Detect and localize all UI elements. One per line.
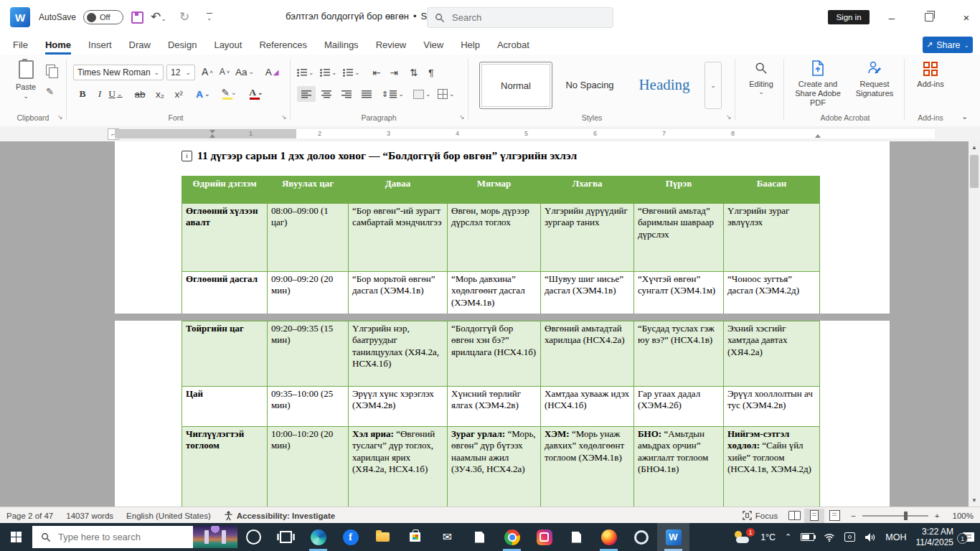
notification-center-icon[interactable]: 1 [963, 532, 974, 542]
page-indicator[interactable]: Page 2 of 47 [0, 507, 60, 524]
italic-button[interactable]: I [92, 86, 108, 102]
table-cell[interactable]: “Болдоггүй бор өвгөн хэн бэ?” ярилцлага … [448, 321, 541, 387]
table-cell[interactable]: “Бор өвгөн”-ий зурагт самбартай мэндчилг… [349, 204, 448, 272]
column-header[interactable]: Мягмар [448, 176, 541, 204]
clear-formatting-button[interactable]: A◢ [264, 64, 280, 80]
show-formatting-button[interactable]: ¶ [423, 65, 439, 80]
column-header[interactable]: Даваа [349, 176, 448, 204]
scroll-up-icon[interactable]: ▲ [971, 144, 977, 151]
autosave-toggle[interactable]: Off [83, 10, 123, 24]
first-line-indent-marker[interactable] [209, 130, 215, 133]
table-cell[interactable]: БНО: “Амьтдын амьдрах орчин” ажиглалт то… [634, 427, 724, 507]
font-family-select[interactable]: Times New Roman⌄ [73, 65, 164, 80]
shading-button[interactable]: ⌄ [413, 86, 431, 102]
scrollbar-thumb[interactable] [970, 155, 979, 188]
tab-view[interactable]: View [423, 34, 443, 55]
word-count[interactable]: 14037 words [60, 507, 120, 524]
table-cell[interactable]: Эрүүл хооллолтын ач тус (ХЭМ4.2в) [724, 387, 820, 427]
taskbar-document-2[interactable] [560, 523, 593, 551]
table-cell[interactable]: “Чоноос зугтья” дасгал (ХЭМ4.2д) [724, 272, 820, 314]
document-heading[interactable]: i 11 дүгээр сарын 1 дэх долоо хоног — “Б… [182, 149, 577, 162]
taskbar-firefox[interactable] [593, 523, 625, 551]
task-view-button[interactable] [270, 523, 302, 551]
taskbar-document[interactable] [463, 523, 496, 551]
tab-help[interactable]: Help [461, 34, 480, 55]
zoom-slider[interactable] [862, 515, 928, 517]
scroll-down-icon[interactable]: ▼ [971, 497, 977, 504]
close-button[interactable]: × [956, 9, 977, 26]
restore-button[interactable] [918, 9, 940, 26]
borders-button[interactable]: ⌄ [438, 86, 455, 102]
search-bar[interactable] [427, 7, 613, 28]
table-cell[interactable]: “Хүчтэй өвгөн” сунгалт (ХЭМ4.1м) [634, 272, 724, 314]
clipboard-dialog-launcher-icon[interactable]: ↘ [57, 113, 63, 121]
print-layout-button[interactable] [804, 509, 824, 523]
table-cell[interactable]: Үлгэрийн зураг эвлүүлэх [724, 204, 820, 272]
quick-access-overflow-icon[interactable]: ⌄ [207, 13, 212, 22]
styles-gallery-more-button[interactable]: ⌄ [705, 62, 722, 109]
create-adobe-pdf-button[interactable]: Create and Share Adobe PDF [789, 60, 847, 108]
schedule-table-part2[interactable]: Тойргийн цаг 09:20–09:35 (15 мин) Үлгэри… [182, 321, 820, 507]
accessibility-status[interactable]: Accessibility: Investigate [217, 507, 341, 524]
taskbar-facebook[interactable]: f [334, 523, 367, 551]
tray-expand-icon[interactable]: ⌃ [785, 532, 791, 542]
table-cell[interactable]: Тойргийн цаг [182, 321, 268, 387]
redo-icon[interactable]: ↻ [179, 9, 189, 24]
undo-icon[interactable]: ↶⌄ [151, 9, 166, 24]
taskbar-search-input[interactable] [57, 531, 167, 543]
table-cell[interactable]: “Бусдад туслах гэж юу вэ?” (НСХ4.1в) [634, 321, 724, 387]
right-indent-marker[interactable] [815, 134, 821, 138]
superscript-button[interactable]: x² [171, 86, 187, 102]
column-header[interactable]: Явуулах цаг [268, 176, 349, 204]
tab-design[interactable]: Design [168, 34, 197, 55]
decrease-indent-button[interactable]: ⇤ [369, 65, 385, 80]
zoom-out-button[interactable]: − [844, 507, 862, 524]
tab-file[interactable]: File [13, 34, 28, 55]
schedule-table-part1[interactable]: Өдрийн дэглэм Явуулах цаг Даваа Мягмар Л… [182, 176, 820, 314]
align-center-button[interactable] [319, 86, 334, 102]
table-cell[interactable]: Эхний хэсгийг хамтдаа давтах (ХЯ4.2а) [724, 321, 820, 387]
horizontal-ruler[interactable]: ⌐ 1 2 3 4 5 6 7 8 [0, 126, 980, 142]
table-cell[interactable]: ХЭМ: “Морь унаж давхих” хөдөлгөөнт тогло… [541, 427, 634, 507]
sort-button[interactable]: ⇅ [406, 65, 422, 80]
tab-draw[interactable]: Draw [129, 34, 151, 55]
table-cell[interactable]: Хамтдаа хувааж идэх (НСХ4.1б) [541, 387, 634, 427]
table-cell[interactable]: “Бор морьтой өвгөн” дасгал (ХЭМ4.1в) [349, 272, 448, 314]
highlight-button[interactable]: ✎⌄ [221, 85, 237, 100]
align-left-button[interactable] [297, 86, 316, 102]
tab-references[interactable]: References [259, 34, 306, 55]
focus-mode-button[interactable]: Focus [736, 507, 784, 524]
align-right-button[interactable] [339, 86, 354, 102]
bullets-button[interactable]: ⌄ [297, 65, 314, 80]
table-cell[interactable]: Эрүүл хүнс хэрэглэх (ХЭМ4.2в) [349, 387, 448, 427]
subscript-button[interactable]: x₂ [152, 86, 168, 102]
table-cell[interactable]: Цай [182, 387, 268, 427]
multilevel-list-button[interactable]: ⌄ [343, 65, 360, 80]
table-cell[interactable]: Нийгэм-сэтгэл хөдлөл: “Сайн үйл хийе” то… [724, 427, 820, 507]
column-header[interactable]: Лхагва [541, 176, 634, 204]
table-cell[interactable]: “Шувуу шиг нисье” дасгал (ХЭМ4.1в) [541, 272, 634, 314]
web-layout-button[interactable] [824, 509, 844, 523]
table-cell[interactable]: Чиглүүлэгтэй тоглоом [182, 427, 268, 507]
column-header[interactable]: Баасан [724, 176, 820, 204]
table-cell[interactable]: Өвгөний амьтадтай харилцаа (НСХ4.2а) [541, 321, 634, 387]
style-heading[interactable]: Heading [628, 62, 700, 108]
start-button[interactable] [0, 523, 32, 551]
zoom-level[interactable]: 100% [946, 507, 980, 524]
tab-layout[interactable]: Layout [214, 34, 242, 55]
editing-button[interactable]: Editing ⌄ [740, 62, 782, 95]
style-no-spacing[interactable]: No Spacing [554, 62, 626, 108]
strikethrough-button[interactable]: ab [132, 86, 148, 102]
tab-review[interactable]: Review [376, 34, 407, 55]
taskbar-search[interactable] [32, 526, 237, 548]
paste-button[interactable]: Paste⌄ [16, 60, 36, 100]
table-cell[interactable]: Үлгэрийн дүрүүдийг зургаар таних [541, 204, 634, 272]
tab-insert[interactable]: Insert [88, 34, 112, 55]
word-app-icon[interactable]: W [10, 7, 30, 27]
table-cell[interactable]: Үлгэрийн нэр, баатруудыг танилцуулах (ХЯ… [349, 321, 448, 387]
table-cell[interactable]: 08:00–09:00 (1 цаг) [268, 204, 349, 272]
taskbar-mail[interactable]: ✉ [431, 523, 463, 551]
cortana-button[interactable] [237, 523, 270, 551]
sign-in-button[interactable]: Sign in [828, 10, 870, 24]
table-cell[interactable]: Өвгөн, морь дүрээр дүрслэл тоглох [448, 204, 541, 272]
